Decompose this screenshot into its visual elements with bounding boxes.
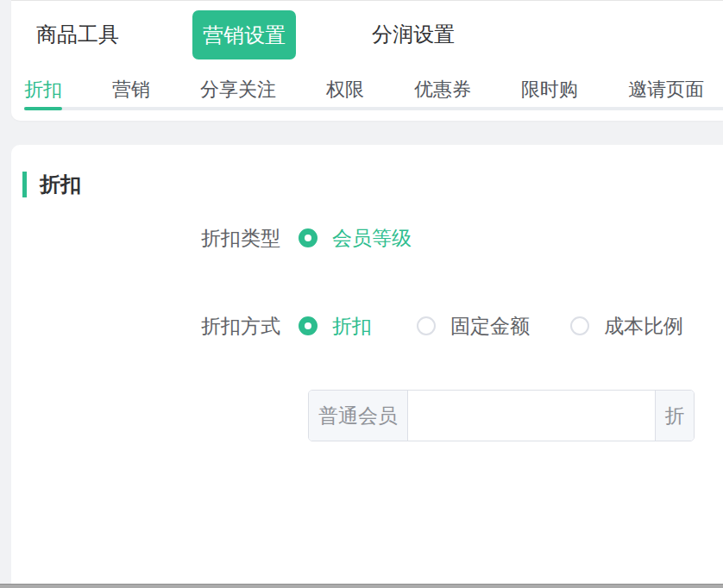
tabs-card: 商品工具 营销设置 分润设置 折扣 营销 分享关注 权限 优惠券 限时购 邀请页… [11,0,723,121]
radio-member-level-label: 会员等级 [332,225,412,252]
top-tab-profit-settings[interactable]: 分润设置 [372,21,455,48]
radio-discount[interactable]: 折扣 [299,313,372,340]
input-prepend-label: 普通会员 [309,391,408,441]
radio-cost-ratio[interactable]: 成本比例 [570,313,683,340]
radio-fixed-amount-label: 固定金额 [450,313,530,340]
input-append-label: 折 [655,391,694,441]
radio-icon[interactable] [570,316,589,335]
discount-method-row: 折扣方式 折扣 固定金额 成本比例 [11,314,723,338]
radio-icon[interactable] [299,228,317,247]
sub-tab-permissions[interactable]: 权限 [326,72,364,107]
member-level-input-group: 普通会员 折 [308,390,695,441]
sub-tab-discount[interactable]: 折扣 [24,72,62,107]
discount-type-row: 折扣类型 会员等级 [11,226,723,250]
discount-method-label: 折扣方式 [11,313,280,340]
sub-tab-coupons[interactable]: 优惠券 [414,72,471,107]
radio-cost-ratio-label: 成本比例 [604,313,683,340]
sub-tab-share-follow[interactable]: 分享关注 [200,72,276,107]
top-tab-bar: 商品工具 营销设置 分润设置 [11,9,723,59]
section-header: 折扣 [22,171,81,198]
discount-panel: 折扣 折扣类型 会员等级 折扣方式 折扣 固定金额 成本比例 普通会员 折 [11,145,723,584]
radio-icon[interactable] [299,316,317,335]
section-accent-bar [22,172,27,197]
radio-fixed-amount[interactable]: 固定金额 [417,313,530,340]
top-tab-marketing-settings[interactable]: 营销设置 [192,10,296,59]
top-tab-product-tools[interactable]: 商品工具 [36,21,119,48]
sub-tab-marketing[interactable]: 营销 [112,72,150,107]
radio-discount-label: 折扣 [332,313,372,340]
sub-tab-bar: 折扣 营销 分享关注 权限 优惠券 限时购 邀请页面 [24,72,723,110]
section-title: 折扣 [40,171,81,198]
discount-type-label: 折扣类型 [11,225,280,252]
radio-member-level[interactable]: 会员等级 [299,225,412,252]
radio-icon[interactable] [417,316,436,335]
sub-tab-flash-sale[interactable]: 限时购 [521,72,578,107]
horizontal-scrollbar[interactable] [0,584,723,588]
sub-tab-invite-page[interactable]: 邀请页面 [628,72,704,107]
discount-value-input[interactable] [408,391,655,441]
